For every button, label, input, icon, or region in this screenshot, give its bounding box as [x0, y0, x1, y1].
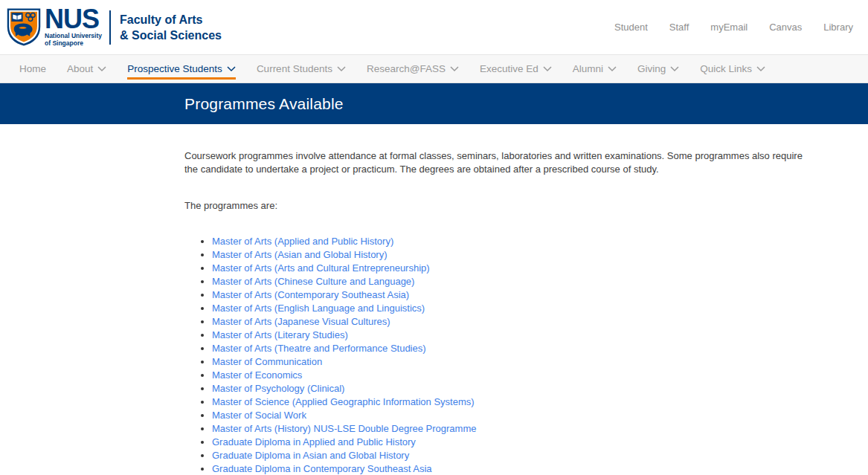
chevron-down-icon [608, 66, 617, 72]
programme-link[interactable]: Master of Arts (Theatre and Performance … [212, 343, 426, 354]
nav-label: Alumni [573, 63, 603, 74]
list-item: Master of Arts (Applied and Public Histo… [212, 235, 814, 248]
utility-link-myemail[interactable]: myEmail [710, 22, 748, 33]
chevron-down-icon [756, 66, 765, 72]
utility-link-staff[interactable]: Staff [669, 22, 689, 33]
chevron-down-icon [670, 66, 679, 72]
programme-link[interactable]: Master of Arts (Chinese Culture and Lang… [212, 276, 414, 287]
list-item: Master of Arts (Theatre and Performance … [212, 342, 814, 355]
programme-link[interactable]: Master of Arts (History) NUS-LSE Double … [212, 423, 476, 434]
nav-item-giving[interactable]: Giving [637, 55, 679, 83]
programme-link[interactable]: Master of Communication [212, 356, 322, 367]
list-item: Master of Arts (English Language and Lin… [212, 302, 814, 315]
faculty-name-line1: Faculty of Arts [120, 13, 202, 26]
list-item: Master of Arts (Contemporary Southeast A… [212, 288, 814, 302]
list-item: Master of Economics [212, 369, 814, 382]
programme-link[interactable]: Graduate Diploma in Asian and Global His… [212, 450, 409, 461]
faculty-name-line2: & Social Sciences [120, 29, 222, 42]
page-banner: Programmes Available [0, 83, 868, 124]
programme-link[interactable]: Master of Arts (English Language and Lin… [212, 303, 425, 314]
chevron-down-icon [543, 66, 552, 72]
programme-link[interactable]: Master of Social Work [212, 410, 306, 421]
programme-link[interactable]: Master of Arts (Literary Studies) [212, 329, 348, 340]
brand-divider [109, 10, 111, 45]
chevron-down-icon [227, 66, 236, 72]
nav-item-home[interactable]: Home [19, 55, 46, 83]
nav-label: About [67, 63, 93, 74]
list-item: Master of Arts (Asian and Global History… [212, 248, 814, 262]
nav-item-research-fass[interactable]: Research@FASS [367, 55, 459, 83]
programme-link[interactable]: Master of Psychology (Clinical) [212, 383, 344, 394]
nav-label: Prospective Students [127, 63, 222, 74]
list-intro: The programmes are: [184, 199, 814, 213]
nav-item-about[interactable]: About [67, 55, 106, 83]
nav-label: Research@FASS [367, 63, 446, 74]
utility-link-student[interactable]: Student [614, 22, 648, 33]
programme-link[interactable]: Master of Arts (Asian and Global History… [212, 249, 388, 260]
programme-link[interactable]: Master of Arts (Applied and Public Histo… [212, 236, 393, 247]
nav-item-current-students[interactable]: Current Students [257, 55, 346, 83]
programme-link[interactable]: Master of Arts (Japanese Visual Cultures… [212, 316, 390, 327]
nus-subtitle-line2: of Singapore [45, 39, 83, 47]
chevron-down-icon [97, 66, 106, 72]
utility-links: Student Staff myEmail Canvas Library [614, 22, 862, 33]
faculty-name: Faculty of Arts & Social Sciences [120, 12, 222, 43]
nus-crest-icon [6, 7, 42, 47]
nav-label: Executive Ed [480, 63, 539, 74]
nus-subtitle: National University of Singapore [45, 32, 102, 47]
nav-label: Quick Links [700, 63, 752, 74]
programme-link[interactable]: Master of Science (Applied Geographic In… [212, 396, 475, 407]
list-item: Master of Communication [212, 355, 814, 369]
intro-paragraph: Coursework programmes involve attendance… [184, 149, 814, 176]
page-title: Programmes Available [184, 95, 344, 113]
chevron-down-icon [337, 66, 346, 72]
nus-letters: NUS [45, 8, 102, 30]
main-content: Coursework programmes involve attendance… [0, 124, 868, 475]
brand-logo[interactable]: NUS National University of Singapore Fac… [6, 7, 222, 47]
nav-label: Current Students [257, 63, 332, 74]
list-item: Graduate Diploma in Asian and Global His… [212, 449, 814, 462]
programme-link[interactable]: Master of Arts (Contemporary Southeast A… [212, 289, 409, 300]
nav-label: Giving [637, 63, 666, 74]
list-item: Master of Arts (Chinese Culture and Lang… [212, 275, 814, 288]
list-item: Graduate Diploma in Applied and Public H… [212, 436, 814, 449]
list-item: Master of Arts (Arts and Cultural Entrep… [212, 262, 814, 275]
nav-item-alumni[interactable]: Alumni [573, 55, 617, 83]
list-item: Master of Arts (History) NUS-LSE Double … [212, 422, 814, 436]
nav-item-prospective-students[interactable]: Prospective Students [127, 55, 236, 83]
nav-item-quick-links[interactable]: Quick Links [700, 55, 765, 83]
programme-link[interactable]: Graduate Diploma in Applied and Public H… [212, 436, 416, 447]
chevron-down-icon [450, 66, 459, 72]
list-item: Master of Psychology (Clinical) [212, 382, 814, 395]
utility-link-canvas[interactable]: Canvas [769, 22, 802, 33]
programme-link[interactable]: Master of Economics [212, 369, 302, 381]
list-item: Master of Social Work [212, 409, 814, 422]
site-header: NUS National University of Singapore Fac… [0, 0, 868, 54]
main-nav: Home About Prospective Students Current … [0, 54, 868, 83]
list-item: Graduate Diploma in Contemporary Southea… [212, 462, 814, 475]
nav-label: Home [19, 63, 46, 74]
nav-item-executive-ed[interactable]: Executive Ed [480, 55, 552, 83]
programme-link[interactable]: Graduate Diploma in Contemporary Southea… [212, 463, 432, 474]
programme-list: Master of Arts (Applied and Public Histo… [184, 235, 814, 475]
utility-link-library[interactable]: Library [823, 22, 853, 33]
nus-wordmark: NUS National University of Singapore [45, 8, 102, 47]
nus-subtitle-line1: National University [45, 32, 102, 39]
programme-link[interactable]: Master of Arts (Arts and Cultural Entrep… [212, 262, 430, 274]
list-item: Master of Arts (Literary Studies) [212, 329, 814, 342]
list-item: Master of Arts (Japanese Visual Cultures… [212, 315, 814, 329]
list-item: Master of Science (Applied Geographic In… [212, 395, 814, 409]
